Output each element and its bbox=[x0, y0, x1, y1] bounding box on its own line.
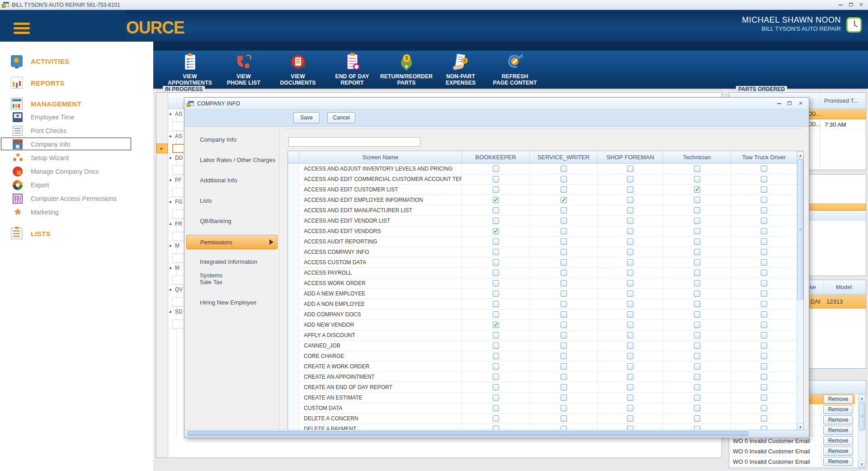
remove-button[interactable]: Remove bbox=[823, 426, 853, 435]
permission-checkbox[interactable] bbox=[761, 270, 767, 276]
sidebar-item-employee-time[interactable]: Employee Time bbox=[0, 111, 153, 123]
horizontal-scrollbar-thumb[interactable] bbox=[188, 431, 748, 436]
dialog-nav-qb-banking[interactable]: QB/Banking bbox=[186, 214, 278, 228]
sidebar-item-print-checks[interactable]: Print Checks bbox=[0, 125, 153, 137]
permission-checkbox[interactable] bbox=[627, 415, 633, 422]
toolbar-button-view-appointments[interactable]: VIEWAPPOINTMENTS bbox=[160, 52, 219, 88]
permission-checkbox[interactable] bbox=[561, 290, 567, 297]
permission-checkbox[interactable] bbox=[493, 207, 499, 214]
permissions-table-scrollbar[interactable]: ▲ ▼ bbox=[797, 151, 803, 430]
permission-checkbox[interactable] bbox=[761, 228, 767, 234]
permission-checkbox[interactable] bbox=[493, 415, 499, 422]
permission-checkbox[interactable] bbox=[761, 207, 767, 214]
permission-checkbox[interactable] bbox=[561, 259, 567, 266]
permission-checkbox[interactable] bbox=[493, 249, 499, 255]
permission-checkbox[interactable] bbox=[493, 280, 499, 286]
permission-checkbox[interactable] bbox=[561, 197, 567, 203]
permission-checkbox[interactable] bbox=[761, 176, 767, 182]
cancel-button[interactable]: Cancel bbox=[327, 112, 355, 124]
permission-checkbox[interactable] bbox=[493, 374, 499, 380]
permission-checkbox[interactable] bbox=[694, 374, 700, 380]
remove-button[interactable]: Remove bbox=[823, 415, 853, 424]
permission-checkbox[interactable] bbox=[561, 384, 567, 390]
hamburger-menu-icon[interactable] bbox=[14, 23, 30, 34]
permission-checkbox[interactable] bbox=[694, 218, 700, 224]
permission-checkbox[interactable] bbox=[627, 343, 633, 349]
permission-checkbox[interactable] bbox=[493, 176, 499, 182]
permission-checkbox[interactable] bbox=[627, 311, 633, 318]
alerts-scrollbar-thumb[interactable] bbox=[859, 402, 865, 430]
permission-checkbox[interactable] bbox=[627, 395, 633, 401]
permission-checkbox[interactable] bbox=[561, 186, 567, 193]
scroll-up-icon[interactable]: ▲ bbox=[797, 152, 804, 158]
permission-checkbox[interactable] bbox=[761, 415, 767, 422]
permission-checkbox[interactable] bbox=[694, 228, 700, 234]
permission-checkbox[interactable] bbox=[493, 332, 499, 338]
permission-checkbox[interactable] bbox=[627, 259, 633, 266]
permission-checkbox[interactable] bbox=[493, 186, 499, 193]
permission-checkbox[interactable] bbox=[561, 363, 567, 370]
sidebar-item-marketing[interactable]: Marketing bbox=[0, 206, 153, 218]
permission-filter-input[interactable] bbox=[288, 137, 420, 147]
permission-checkbox[interactable] bbox=[694, 259, 700, 266]
permission-checkbox[interactable] bbox=[627, 280, 633, 286]
permission-checkbox[interactable] bbox=[694, 270, 700, 276]
remove-button[interactable]: Remove bbox=[823, 395, 853, 404]
permission-checkbox[interactable] bbox=[627, 228, 633, 234]
dialog-nav-permissions[interactable]: Permissions bbox=[186, 235, 278, 249]
scroll-up-icon[interactable]: ▲ bbox=[859, 395, 865, 401]
permission-checkbox[interactable] bbox=[627, 186, 633, 193]
permission-checkbox[interactable] bbox=[694, 343, 700, 349]
dialog-nav-integrated-information-systems[interactable]: Integrated Information Systems bbox=[186, 255, 278, 269]
permission-checkbox[interactable] bbox=[627, 363, 633, 370]
dialog-minimize-icon[interactable] bbox=[774, 100, 783, 107]
sidebar-item-setup-wizard[interactable]: Setup Wizard bbox=[0, 152, 153, 164]
dialog-horizontal-scrollbar[interactable] bbox=[185, 430, 808, 437]
permission-checkbox[interactable] bbox=[493, 228, 499, 234]
permission-checkbox[interactable] bbox=[627, 218, 633, 224]
permission-checkbox[interactable] bbox=[561, 343, 567, 349]
permission-checkbox[interactable] bbox=[627, 249, 633, 255]
permission-checkbox[interactable] bbox=[761, 197, 767, 203]
permission-checkbox[interactable] bbox=[493, 322, 499, 328]
close-icon[interactable]: ✕ bbox=[856, 1, 866, 9]
toolbar-button-refresh-page-content[interactable]: REFRESHPAGE CONTENT bbox=[486, 52, 544, 88]
scroll-down-icon[interactable]: ▼ bbox=[797, 423, 804, 430]
permission-checkbox[interactable] bbox=[761, 249, 767, 255]
permission-checkbox[interactable] bbox=[761, 186, 767, 193]
permission-checkbox[interactable] bbox=[493, 290, 499, 297]
permission-checkbox[interactable] bbox=[561, 176, 567, 182]
permission-checkbox[interactable] bbox=[627, 176, 633, 182]
dialog-maximize-icon[interactable] bbox=[785, 100, 794, 107]
permission-checkbox[interactable] bbox=[761, 301, 767, 307]
permission-checkbox[interactable] bbox=[561, 166, 567, 172]
time-clock-icon[interactable] bbox=[846, 17, 862, 33]
permission-checkbox[interactable] bbox=[493, 259, 499, 266]
permission-checkbox[interactable] bbox=[694, 207, 700, 214]
table-scrollbar-thumb[interactable] bbox=[797, 159, 803, 300]
permission-checkbox[interactable] bbox=[627, 332, 633, 338]
permission-checkbox[interactable] bbox=[627, 405, 633, 411]
permission-checkbox[interactable] bbox=[761, 384, 767, 390]
permission-checkbox[interactable] bbox=[694, 353, 700, 359]
permission-checkbox[interactable] bbox=[561, 322, 567, 328]
permission-checkbox[interactable] bbox=[561, 311, 567, 318]
permission-checkbox[interactable] bbox=[627, 166, 633, 172]
permission-checkbox[interactable] bbox=[761, 290, 767, 297]
permission-checkbox[interactable] bbox=[561, 207, 567, 214]
permission-checkbox[interactable] bbox=[761, 343, 767, 349]
minimize-icon[interactable] bbox=[835, 1, 845, 9]
toolbar-button-end-of-day-report[interactable]: END OF DAYREPORT bbox=[323, 52, 382, 88]
permission-checkbox[interactable] bbox=[627, 290, 633, 297]
permission-checkbox[interactable] bbox=[694, 363, 700, 370]
permission-checkbox[interactable] bbox=[493, 166, 499, 172]
sidebar-item-company-info[interactable]: Company Info bbox=[0, 138, 153, 150]
dialog-nav-sale-tax[interactable]: Sale Tax bbox=[186, 276, 278, 289]
permission-checkbox[interactable] bbox=[694, 166, 700, 172]
permission-checkbox[interactable] bbox=[561, 374, 567, 380]
permission-checkbox[interactable] bbox=[493, 238, 499, 245]
permission-checkbox[interactable] bbox=[694, 311, 700, 318]
permission-checkbox[interactable] bbox=[561, 228, 567, 234]
permission-checkbox[interactable] bbox=[561, 395, 567, 401]
permission-checkbox[interactable] bbox=[493, 301, 499, 307]
